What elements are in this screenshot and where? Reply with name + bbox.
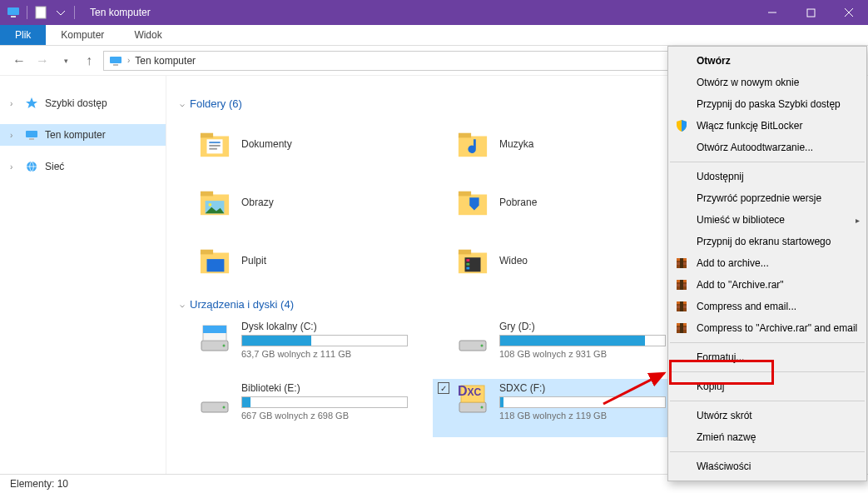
context-menu-item[interactable]: Compress to "Archive.rar" and email	[668, 317, 866, 339]
folder-icon	[454, 187, 491, 218]
folder-icon	[196, 187, 233, 218]
up-button[interactable]: ↑	[80, 52, 98, 70]
drive-free-text: 667 GB wolnych z 698 GB	[241, 411, 426, 421]
shield-icon	[675, 119, 688, 132]
sidebar-item-label: Ten komputer	[45, 129, 106, 141]
drive-icon	[196, 382, 233, 419]
svg-point-43	[223, 406, 226, 409]
context-menu-item[interactable]: Otwórz w nowym oknie	[668, 72, 866, 93]
context-menu-item[interactable]: Otwórz	[668, 50, 866, 72]
maximize-button[interactable]	[791, 0, 830, 25]
drive-usage-bar	[241, 396, 408, 408]
folder-item[interactable]: Obrazy	[175, 175, 433, 230]
folder-item[interactable]: Wideo	[433, 233, 691, 288]
context-menu-item[interactable]: Właściwości	[668, 456, 866, 477]
forward-button[interactable]: →	[33, 52, 52, 70]
drive-item[interactable]: Biblioteki (E:) 667 GB wolnych z 698 GB	[175, 379, 433, 437]
context-menu-item[interactable]: Compress and email...	[668, 296, 866, 317]
context-menu-item[interactable]: Utwórz skrót	[668, 405, 866, 426]
chevron-right-icon: ›	[10, 99, 18, 108]
drive-icon	[454, 321, 491, 357]
folder-item[interactable]: Pulpit	[175, 233, 433, 288]
svg-rect-13	[201, 133, 213, 138]
drive-icon	[196, 321, 233, 357]
drive-name: Gry (D:)	[499, 321, 684, 332]
menu-item-label: Otwórz Autoodtwarzanie...	[697, 142, 813, 153]
chevron-down-icon: ⌵	[180, 99, 185, 108]
svg-rect-15	[209, 142, 220, 143]
svg-rect-4	[807, 9, 815, 17]
context-menu-item[interactable]: Przywróć poprzednie wersje	[668, 187, 866, 209]
context-menu-item[interactable]: Włącz funkcję BitLocker	[668, 115, 866, 137]
drive-free-text: 63,7 GB wolnych z 111 GB	[241, 349, 426, 359]
annotation-highlight	[669, 360, 774, 385]
menu-item-label: Utwórz skrót	[697, 410, 752, 421]
svg-rect-28	[207, 259, 225, 271]
svg-rect-25	[459, 192, 471, 197]
menu-item-label: Właściwości	[697, 461, 751, 472]
svg-rect-27	[201, 250, 213, 255]
svg-point-23	[208, 203, 211, 207]
drive-free-text: 108 GB wolnych z 931 GB	[499, 349, 684, 359]
svg-rect-62	[680, 323, 683, 333]
context-menu-item[interactable]: Add to archive...	[668, 252, 866, 274]
folder-item[interactable]: Pobrane	[433, 175, 691, 230]
folder-label: Pobrane	[499, 197, 537, 208]
chevron-right-icon: ›	[10, 162, 18, 172]
menu-item-label: Add to archive...	[697, 257, 769, 269]
context-menu-item[interactable]: Otwórz Autoodtwarzanie...	[668, 137, 866, 158]
svg-line-63	[603, 373, 664, 404]
menu-item-label: Przywróć poprzednie wersje	[697, 192, 821, 204]
svg-rect-14	[207, 139, 223, 153]
svg-rect-38	[215, 326, 226, 333]
drive-name: Biblioteki (E:)	[241, 382, 426, 394]
context-menu-item[interactable]: Zmień nazwę	[668, 426, 866, 448]
svg-rect-16	[209, 145, 220, 147]
ribbon: Plik Komputer Widok	[0, 25, 868, 46]
folder-label: Dokumenty	[241, 138, 292, 150]
svg-rect-1	[11, 16, 16, 17]
menu-item-label: Compress to "Archive.rar" and email	[697, 322, 857, 334]
folder-item[interactable]: Dokumenty	[175, 117, 433, 172]
svg-rect-19	[459, 133, 471, 138]
context-menu: OtwórzOtwórz w nowym okniePrzypnij do pa…	[667, 46, 867, 481]
svg-rect-50	[680, 258, 683, 268]
drive-item[interactable]: Dysk lokalny (C:) 63,7 GB wolnych z 111 …	[175, 317, 433, 376]
computer-icon	[109, 54, 122, 67]
sdxc-label: DXC	[458, 384, 481, 399]
archive-icon	[675, 278, 688, 291]
tab-widok[interactable]: Widok	[119, 25, 176, 45]
chevron-down-icon: ⌵	[180, 300, 185, 309]
dropdown-icon[interactable]	[54, 6, 67, 19]
menu-item-label: Przypnij do ekranu startowego	[697, 236, 831, 247]
back-button[interactable]: ←	[10, 52, 28, 70]
address-text: Ten komputer	[135, 55, 196, 67]
sidebar-item-this-pc[interactable]: › Ten komputer	[0, 124, 166, 146]
menu-item-label: Przypnij do paska Szybki dostęp	[697, 98, 841, 110]
archive-icon	[675, 321, 688, 335]
folder-item[interactable]: Muzyka	[433, 117, 691, 172]
menu-item-label: Otwórz	[697, 55, 731, 67]
minimize-button[interactable]	[753, 0, 791, 25]
sidebar-item-quick-access[interactable]: › Szybki dostęp	[0, 92, 166, 114]
context-menu-item[interactable]: Udostępnij	[668, 166, 866, 187]
menu-item-label: Otwórz w nowym oknie	[697, 77, 799, 88]
recent-dropdown[interactable]: ▾	[57, 52, 75, 70]
archive-icon	[675, 256, 688, 270]
menu-item-label: Włącz funkcję BitLocker	[697, 120, 802, 132]
tab-komputer[interactable]: Komputer	[46, 25, 119, 45]
folder-icon	[196, 245, 233, 276]
close-button[interactable]	[830, 0, 868, 25]
svg-point-39	[223, 345, 226, 347]
context-menu-item[interactable]: Przypnij do paska Szybki dostęp	[668, 93, 866, 115]
sidebar-item-network[interactable]: › Sieć	[0, 156, 166, 177]
context-menu-item[interactable]: Add to "Archive.rar"	[668, 274, 866, 296]
svg-rect-34	[466, 267, 469, 270]
sidebar-item-label: Szybki dostęp	[45, 97, 107, 109]
svg-rect-9	[26, 131, 37, 137]
tab-plik[interactable]: Plik	[0, 25, 46, 45]
context-menu-item[interactable]: Umieść w bibliotece▸	[668, 209, 866, 231]
submenu-arrow-icon: ▸	[856, 216, 860, 225]
checkbox-icon[interactable]: ✓	[438, 382, 449, 394]
context-menu-item[interactable]: Przypnij do ekranu startowego	[668, 231, 866, 252]
